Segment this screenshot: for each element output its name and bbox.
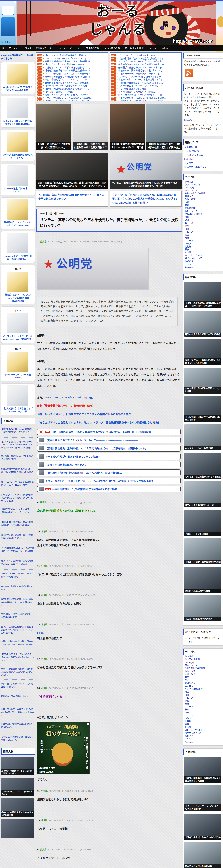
category-link[interactable]: 軍事 bbox=[183, 723, 223, 726]
latest-article-item[interactable]: 【速報】高市新政権、社会保障制度改革へ 保険料引き下げも視野 bbox=[184, 282, 221, 308]
category-link[interactable]: Twitter(X) bbox=[183, 661, 223, 664]
amazon-product-card[interactable]: Apple AirPods 4 ワイヤレスイヤホン Bluetooth 5 対応… bbox=[1, 62, 35, 94]
featured-card[interactable]: 【速報】維新・吉村代表、調子に乗り始める「食品消費税２年 bbox=[73, 104, 108, 150]
mutual-site-link[interactable]: footballnet bbox=[183, 157, 223, 161]
mutual-thumb-item[interactable]: ひろゆきさん、コンビニで囲まれブチギレ bbox=[1, 778, 35, 796]
category-link[interactable]: 中国 bbox=[183, 700, 223, 702]
related-article-link[interactable]: 兵庫県斎藤知事、１,000億円の県庁立替計画を650億に圧縮 bbox=[52, 487, 117, 491]
category-link[interactable]: 政治・経済 bbox=[183, 198, 223, 201]
mutual-thumb-item[interactable]: 維新の言う議員定数削減「やれる！」→自民の回答 bbox=[1, 798, 35, 817]
hot-article-link[interactable]: 【DeNA】バウアーが引退も視野「来年も野... bbox=[118, 75, 163, 78]
amazon-product-card[interactable]: 【Amazon限定】ビオスリーHi錠 【指定医薬部外品】 bbox=[1, 231, 35, 263]
popular-article-link[interactable]: 立憲+国民+公明で200議席突破なら高市敗北の可能性 bbox=[1, 610, 35, 623]
category-link[interactable]: 2024年米大統領選 bbox=[183, 213, 223, 216]
popular-article-link[interactable]: 「次の首相は高市に！」、予想通り猛スピードで話が進んできている模様 bbox=[1, 544, 35, 557]
category-link[interactable]: 2024年米大統領選 bbox=[183, 688, 223, 690]
popular-thumb-item[interactable]: 【速報】高市氏、飾らずで攻める姿勢 bbox=[184, 814, 221, 840]
nav-link[interactable]: だめぽアンテナ bbox=[35, 46, 52, 50]
hot-article-link[interactable]: 【にじさんじ】コウの遅刻理由、Switch... bbox=[45, 63, 86, 66]
related-article-item[interactable]: 年末年始の休暇が31日から3日までしかない社畜w bbox=[37, 453, 181, 460]
category-link[interactable]: ニュース bbox=[183, 714, 223, 717]
product-name-link[interactable]: 【Amazon限定】ビオスリーHi錠 【指定医薬部外品】 bbox=[2, 255, 33, 261]
hot-article-link[interactable]: 立憲・野田代表「維新は自民にだまされる」→... bbox=[118, 72, 166, 75]
product-name-link[interactable]: 【松屋】松屋No1 牛めしの具（プレミアム仕様）(1食(x135g)×10個) bbox=[2, 293, 33, 302]
product-name-link[interactable]: シャープ 衣類乾燥 除湿機 CV ハイブリッド式 ... bbox=[2, 153, 33, 159]
popular-article-link[interactable]: 外国人を増やす政策で折り合った後、公明が賛成して終わった時の顔 bbox=[1, 465, 35, 478]
category-link[interactable]: 衆議院選挙 bbox=[183, 682, 223, 685]
extra-article-link[interactable]: 維新「議員定数を減らせ」←これ何が狙いなの？ bbox=[37, 404, 181, 407]
hot-article-link[interactable]: なんで海外旅行は欧米に行きたがるん？ bbox=[118, 90, 157, 93]
hot-article-link[interactable]: 【画像】日本一かわいい剣道女子、レベチww... bbox=[45, 99, 91, 101]
related-article-item[interactable]: NEW兵庫県斎藤知事、１,000億円の県庁立替計画を650億に圧縮 bbox=[37, 486, 181, 492]
hot-article-link[interactable]: 【ウマ娘】風来のシレン雑談 bbox=[45, 90, 73, 93]
latest-article-item[interactable]: 味方ベンチも騒然となった一打 bbox=[184, 482, 221, 507]
related-article-item[interactable]: キリン、100%ジュースの「トロピカーナ」16品目を2月1日に7%～46%値上げ… bbox=[37, 477, 181, 484]
popular-article-link[interactable]: ビットコインでリチ氏、先に6億円失いランボルギーニ車も手放す bbox=[1, 478, 35, 491]
amazon-product-card[interactable]: 【数量限定】レッドブル エナジードリンク 250ml×24本 bbox=[1, 197, 35, 229]
latest-article-item[interactable]: ミヤネ屋、放送事故が多いですと話題 bbox=[184, 453, 221, 479]
latest-article-item[interactable]: 報道への風当たりが強まっている模様 bbox=[184, 311, 221, 337]
category-link[interactable]: 令和6年能登半島地震 bbox=[183, 667, 223, 670]
latest-article-item[interactable]: 「当然」←ネットの反応 bbox=[184, 510, 221, 536]
category-link[interactable]: 中東情勢 bbox=[183, 180, 223, 183]
category-link[interactable]: VIP・オープン2ch bbox=[183, 254, 223, 257]
category-link[interactable]: その他 bbox=[183, 251, 223, 254]
related-article-item[interactable]: 【最低賃金】「賃金の中央値の6割」 政治介入抑制へ、高知で指標導入 bbox=[37, 469, 181, 476]
hot-article-link[interactable]: 小池都知事、副首都構想をけん制 「かねてよ... bbox=[118, 69, 165, 72]
hot-article-link[interactable]: 議員定数削減巡る岩屋外相の発言に長島首相補... bbox=[45, 60, 92, 63]
product-name-link[interactable]: レイコップ 布団クリーナー UV照射による約99.9%除菌 ... bbox=[2, 120, 33, 126]
featured-card[interactable]: 【速報】自民側が打診も、日本維新の会は入閣はせず閣外協力 bbox=[147, 104, 182, 150]
popular-article-link[interactable]: 立憲と公明がタッグ、遅れて国民民主も仲間に入り土下座Wどうなった bbox=[1, 638, 35, 650]
category-link[interactable]: 南海トラフ bbox=[183, 195, 223, 198]
amazon-product-card[interactable]: シャープ 衣類乾燥 除湿機 CV ハイブリッド式 ... bbox=[1, 130, 35, 161]
hot-article-link[interactable]: 【画像】日本一かわいい剣道女子、レベチww bbox=[118, 99, 163, 101]
category-link[interactable]: 野党 bbox=[183, 679, 223, 682]
category-link[interactable]: 令和6年能登半島地震 bbox=[183, 192, 223, 195]
category-link[interactable]: 国内ニュース bbox=[183, 664, 223, 667]
hot-article-link[interactable]: トランプ米大統領、来日に合わせて安倍昭恵さ... bbox=[45, 72, 92, 75]
extra-article-link[interactable]: 海外「いったい何が！」日本を愛する二人の外国人の骨肉バトルに海外が大騒ぎ bbox=[37, 412, 181, 416]
related-article-item[interactable]: 【動画】最近の地下アイドルグループ、レベチwwwwwwwwwwwwwwwwwww… bbox=[37, 437, 181, 443]
hot-article-link[interactable]: 高市執行部を圧迫した公明党の戦術が完全に裏... bbox=[118, 63, 166, 66]
category-link[interactable]: 野党 bbox=[183, 204, 223, 207]
category-link[interactable]: ニュース bbox=[183, 239, 223, 242]
nav-link[interactable]: talk.jp bbox=[162, 47, 168, 49]
next-article-link[interactable]: 立憲・安住氏「自民も立憲も200人超、政権には300人必要、玉木さんたちは20数… bbox=[110, 191, 182, 207]
latest-article-item[interactable]: 国会前で抗議活動が活発化 bbox=[184, 567, 221, 593]
category-link[interactable]: 北朝鮮 bbox=[183, 720, 223, 723]
large-card[interactable]: 立憲・安住氏「自民も立憲も200人超、政権には300人必要、玉木さんたちは20数… bbox=[36, 153, 108, 189]
popular-article-link[interactable]: 公明党・斉藤鉄夫代表のテレビ出演時のリアクションにネット「そうきたかというお」 bbox=[1, 623, 35, 638]
hot-article-link[interactable]: キリン、100%ジュースの「トロピカーナ」... bbox=[45, 57, 89, 60]
category-link[interactable]: 与党 bbox=[183, 201, 223, 204]
related-article-link[interactable]: 【速報】村山富市元総理、ガチで逝く・・・・・ bbox=[45, 463, 99, 466]
category-link[interactable]: お知らせ bbox=[183, 260, 223, 263]
latest-article-item[interactable]: キャスター「んで、お答えは？」 bbox=[184, 425, 221, 451]
category-link[interactable]: 政府 bbox=[183, 693, 223, 696]
amazon-product-card[interactable]: レイコップ 布団クリーナー UV照射による約99.9%除菌 ... bbox=[1, 96, 35, 128]
popular-article-link[interactable]: 田崎史郎氏「創価学会の大切にしていない人が」 bbox=[1, 720, 35, 733]
category-link[interactable]: 国内ニュース bbox=[183, 189, 223, 192]
hot-article-link[interactable]: 【速報】蓮舫「連立のため議員定数削減へとす... bbox=[45, 69, 92, 72]
about-url-link[interactable]: https://u… bbox=[184, 119, 194, 122]
hot-article-link[interactable]: 国民「物価高対策やれ！！！！！」 ←これ bbox=[45, 78, 87, 81]
nav-link[interactable]: しぃアンテナ(゜ー゜) bbox=[56, 46, 79, 50]
amazon-product-card[interactable]: 第9位サントリー ウイスキー 角瓶 [1800ml] bbox=[1, 345, 35, 381]
popular-article-link[interactable]: 「日本人ファーストします。嫌いな日本人が増えるわ」 bbox=[1, 569, 35, 582]
category-link[interactable]: 米国 bbox=[183, 234, 223, 237]
large-card[interactable]: 公明党サンモニ「高市は公明党より玉木を優先した。初手を間違った」←最初に公明に挨… bbox=[110, 153, 182, 189]
category-link[interactable]: リンク bbox=[183, 263, 223, 266]
rss-icon[interactable] bbox=[185, 69, 193, 78]
popular-article-link[interactable]: 元アイドル、創価学会「ご活躍を祈りました」石破です、過去問 bbox=[1, 557, 35, 569]
popular-article-link[interactable]: 高市バリア無効化？斉藤氏に新たな動き bbox=[1, 582, 35, 595]
left-banner-ad[interactable]: i ふとんクリーナー bbox=[0, 1, 17, 45]
related-article-link[interactable]: 年末年始の休暇が31日から3日までしかない社畜w bbox=[45, 455, 100, 458]
category-link[interactable]: お知らせ bbox=[183, 735, 223, 738]
hot-article-link[interactable]: 【朗報】河田陽菜2nd写真集の先行カット、... bbox=[118, 81, 163, 84]
hot-article-link[interactable]: 野球選手と離婚したアイドル（31）がまだま... bbox=[118, 66, 164, 69]
category-link[interactable]: 海外ニュース bbox=[183, 210, 223, 213]
hot-article-link[interactable]: トランプ米大統領、来日に合わせて安倍昭恵さ... bbox=[118, 60, 166, 63]
category-link[interactable]: 中国 bbox=[183, 225, 223, 227]
category-link[interactable]: ウクライナ情勢 bbox=[183, 658, 223, 661]
popular-thumb-item[interactable]: 【テレビ】コメンテーターらによるサンモニの偏向ぶり bbox=[184, 785, 221, 811]
category-link[interactable]: その他 bbox=[183, 726, 223, 729]
